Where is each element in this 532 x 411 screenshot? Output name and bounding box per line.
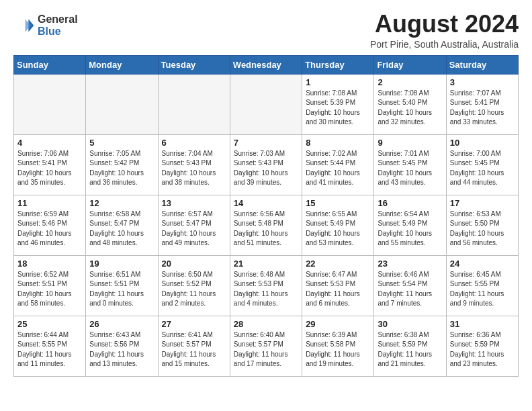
day-number: 17 <box>450 198 515 208</box>
col-header-sunday: Sunday <box>14 55 86 74</box>
day-number: 12 <box>89 198 154 208</box>
calendar-cell: 21Sunrise: 6:48 AMSunset: 5:53 PMDayligh… <box>230 255 302 316</box>
calendar-cell: 4Sunrise: 7:06 AMSunset: 5:41 PMDaylight… <box>14 134 86 195</box>
week-row-2: 4Sunrise: 7:06 AMSunset: 5:41 PMDaylight… <box>14 134 519 195</box>
calendar-cell: 10Sunrise: 7:00 AMSunset: 5:45 PMDayligh… <box>446 134 518 195</box>
day-info: Sunrise: 7:03 AMSunset: 5:43 PMDaylight:… <box>234 149 298 188</box>
day-info: Sunrise: 6:41 AMSunset: 5:57 PMDaylight:… <box>162 330 226 369</box>
calendar-cell: 19Sunrise: 6:51 AMSunset: 5:51 PMDayligh… <box>86 255 158 316</box>
day-info: Sunrise: 6:51 AMSunset: 5:51 PMDaylight:… <box>89 270 154 309</box>
calendar-cell: 16Sunrise: 6:54 AMSunset: 5:49 PMDayligh… <box>374 195 446 255</box>
day-number: 18 <box>17 259 82 269</box>
week-row-5: 25Sunrise: 6:44 AMSunset: 5:55 PMDayligh… <box>14 316 519 376</box>
day-info: Sunrise: 7:02 AMSunset: 5:44 PMDaylight:… <box>306 149 370 188</box>
calendar-cell: 2Sunrise: 7:08 AMSunset: 5:40 PMDaylight… <box>374 74 446 134</box>
day-number: 9 <box>378 138 442 148</box>
calendar-cell: 3Sunrise: 7:07 AMSunset: 5:41 PMDaylight… <box>446 74 518 134</box>
calendar-cell: 29Sunrise: 6:39 AMSunset: 5:58 PMDayligh… <box>302 316 374 376</box>
logo-icon <box>13 15 35 36</box>
calendar-cell: 26Sunrise: 6:43 AMSunset: 5:56 PMDayligh… <box>86 316 158 376</box>
day-info: Sunrise: 6:52 AMSunset: 5:51 PMDaylight:… <box>17 270 82 309</box>
day-info: Sunrise: 7:04 AMSunset: 5:43 PMDaylight:… <box>162 149 226 188</box>
day-info: Sunrise: 7:07 AMSunset: 5:41 PMDaylight:… <box>450 89 515 128</box>
day-number: 24 <box>450 259 515 269</box>
calendar-cell: 28Sunrise: 6:40 AMSunset: 5:57 PMDayligh… <box>230 316 302 376</box>
day-info: Sunrise: 6:56 AMSunset: 5:48 PMDaylight:… <box>234 210 298 248</box>
day-number: 2 <box>378 77 442 87</box>
day-number: 21 <box>234 259 298 269</box>
day-number: 26 <box>89 319 154 329</box>
day-number: 3 <box>450 77 515 87</box>
day-number: 22 <box>306 259 370 269</box>
month-title: August 2024 <box>370 11 519 38</box>
calendar-cell: 13Sunrise: 6:57 AMSunset: 5:47 PMDayligh… <box>158 195 230 255</box>
day-info: Sunrise: 6:46 AMSunset: 5:54 PMDaylight:… <box>378 270 442 309</box>
calendar-cell: 23Sunrise: 6:46 AMSunset: 5:54 PMDayligh… <box>374 255 446 316</box>
day-number: 30 <box>378 319 442 329</box>
calendar-cell <box>14 74 86 134</box>
day-number: 7 <box>234 138 298 148</box>
day-number: 8 <box>306 138 370 148</box>
calendar-cell: 17Sunrise: 6:53 AMSunset: 5:50 PMDayligh… <box>446 195 518 255</box>
day-info: Sunrise: 7:06 AMSunset: 5:41 PMDaylight:… <box>17 149 82 188</box>
calendar-cell: 24Sunrise: 6:45 AMSunset: 5:55 PMDayligh… <box>446 255 518 316</box>
location-subtitle: Port Pirie, South Australia, Australia <box>370 39 519 50</box>
day-number: 4 <box>17 138 82 148</box>
day-info: Sunrise: 7:01 AMSunset: 5:45 PMDaylight:… <box>378 149 442 188</box>
day-info: Sunrise: 7:05 AMSunset: 5:42 PMDaylight:… <box>89 149 154 188</box>
day-number: 15 <box>306 198 370 208</box>
day-number: 29 <box>306 319 370 329</box>
col-header-thursday: Thursday <box>302 55 374 74</box>
day-number: 5 <box>89 138 154 148</box>
day-number: 10 <box>450 138 515 148</box>
day-info: Sunrise: 6:43 AMSunset: 5:56 PMDaylight:… <box>89 330 154 369</box>
calendar-cell: 7Sunrise: 7:03 AMSunset: 5:43 PMDaylight… <box>230 134 302 195</box>
day-info: Sunrise: 7:08 AMSunset: 5:40 PMDaylight:… <box>378 89 442 128</box>
col-header-tuesday: Tuesday <box>158 55 230 74</box>
day-number: 31 <box>450 319 515 329</box>
calendar-cell: 5Sunrise: 7:05 AMSunset: 5:42 PMDaylight… <box>86 134 158 195</box>
week-row-1: 1Sunrise: 7:08 AMSunset: 5:39 PMDaylight… <box>14 74 519 134</box>
day-number: 13 <box>162 198 226 208</box>
day-info: Sunrise: 6:40 AMSunset: 5:57 PMDaylight:… <box>234 330 298 369</box>
days-header-row: SundayMondayTuesdayWednesdayThursdayFrid… <box>14 55 519 74</box>
col-header-wednesday: Wednesday <box>230 55 302 74</box>
day-info: Sunrise: 6:44 AMSunset: 5:55 PMDaylight:… <box>17 330 82 369</box>
calendar-cell: 22Sunrise: 6:47 AMSunset: 5:53 PMDayligh… <box>302 255 374 316</box>
day-number: 6 <box>162 138 226 148</box>
day-number: 25 <box>17 319 82 329</box>
calendar-cell: 9Sunrise: 7:01 AMSunset: 5:45 PMDaylight… <box>374 134 446 195</box>
calendar-cell: 20Sunrise: 6:50 AMSunset: 5:52 PMDayligh… <box>158 255 230 316</box>
week-row-3: 11Sunrise: 6:59 AMSunset: 5:46 PMDayligh… <box>14 195 519 255</box>
day-info: Sunrise: 6:59 AMSunset: 5:46 PMDaylight:… <box>17 210 82 248</box>
col-header-saturday: Saturday <box>446 55 518 74</box>
day-number: 1 <box>306 77 370 87</box>
calendar-cell: 14Sunrise: 6:56 AMSunset: 5:48 PMDayligh… <box>230 195 302 255</box>
day-info: Sunrise: 6:48 AMSunset: 5:53 PMDaylight:… <box>234 270 298 309</box>
calendar-cell: 15Sunrise: 6:55 AMSunset: 5:49 PMDayligh… <box>302 195 374 255</box>
day-number: 27 <box>162 319 226 329</box>
calendar-cell: 6Sunrise: 7:04 AMSunset: 5:43 PMDaylight… <box>158 134 230 195</box>
day-info: Sunrise: 6:57 AMSunset: 5:47 PMDaylight:… <box>162 210 226 248</box>
calendar-cell <box>86 74 158 134</box>
logo: General Blue <box>13 13 78 37</box>
calendar-cell: 11Sunrise: 6:59 AMSunset: 5:46 PMDayligh… <box>14 195 86 255</box>
col-header-friday: Friday <box>374 55 446 74</box>
day-info: Sunrise: 6:58 AMSunset: 5:47 PMDaylight:… <box>89 210 154 248</box>
day-number: 23 <box>378 259 442 269</box>
day-number: 16 <box>378 198 442 208</box>
day-number: 19 <box>89 259 154 269</box>
day-number: 14 <box>234 198 298 208</box>
calendar-cell <box>158 74 230 134</box>
logo-blue-text: Blue <box>38 26 78 38</box>
calendar-cell: 12Sunrise: 6:58 AMSunset: 5:47 PMDayligh… <box>86 195 158 255</box>
col-header-monday: Monday <box>86 55 158 74</box>
calendar-cell: 30Sunrise: 6:38 AMSunset: 5:59 PMDayligh… <box>374 316 446 376</box>
calendar-cell: 8Sunrise: 7:02 AMSunset: 5:44 PMDaylight… <box>302 134 374 195</box>
day-info: Sunrise: 6:45 AMSunset: 5:55 PMDaylight:… <box>450 270 515 309</box>
calendar-table: SundayMondayTuesdayWednesdayThursdayFrid… <box>13 55 519 377</box>
day-info: Sunrise: 6:38 AMSunset: 5:59 PMDaylight:… <box>378 330 442 369</box>
day-info: Sunrise: 6:50 AMSunset: 5:52 PMDaylight:… <box>162 270 226 309</box>
title-block: August 2024 Port Pirie, South Australia,… <box>370 11 519 50</box>
week-row-4: 18Sunrise: 6:52 AMSunset: 5:51 PMDayligh… <box>14 255 519 316</box>
